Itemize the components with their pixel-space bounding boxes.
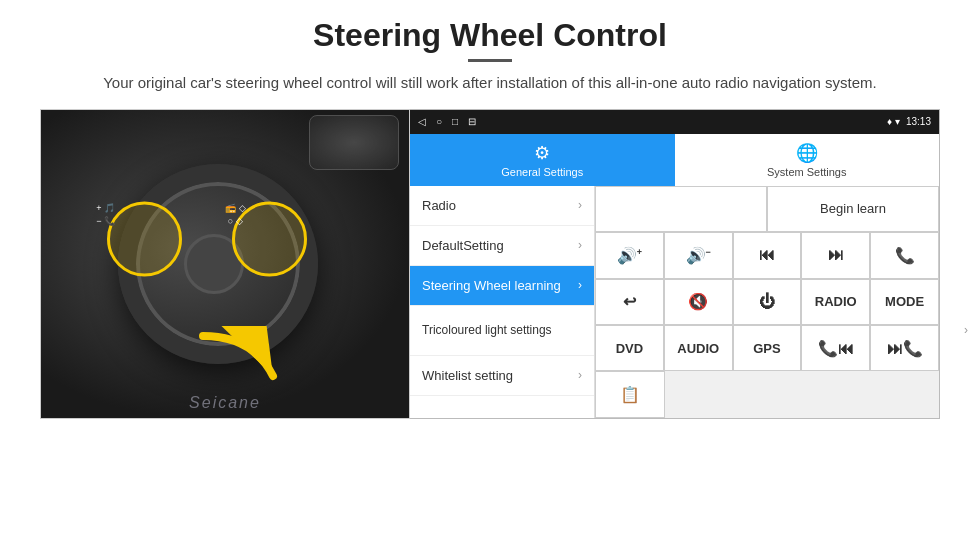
control-row-0: Begin learn <box>595 186 939 232</box>
menu-item-radio[interactable]: Radio › <box>410 186 594 226</box>
vol-down-button[interactable]: 🔊− <box>664 232 733 278</box>
menu-whitelist-chevron: › <box>578 368 582 382</box>
prev-icon: ⏮ <box>759 246 775 264</box>
gps-label: GPS <box>753 341 780 356</box>
gauge-area <box>309 115 399 170</box>
menu-item-steering[interactable]: Steering Wheel learning › <box>410 266 594 306</box>
prev-track-button[interactable]: ⏮ <box>733 232 802 278</box>
vol-up-icon: 🔊+ <box>617 246 642 265</box>
menu-radio-label: Radio <box>422 198 456 213</box>
control-row-3: DVD AUDIO GPS 📞⏮ ⏭📞 <box>595 325 939 371</box>
main-body: Radio › DefaultSetting › Steering Wheel … <box>410 186 939 418</box>
arrow-icon <box>193 326 293 396</box>
highlight-left-buttons <box>107 202 182 277</box>
empty-bottom <box>665 371 939 417</box>
radio-button[interactable]: RADIO <box>801 279 870 325</box>
tab-general-settings[interactable]: ⚙ General Settings <box>410 134 675 186</box>
page-subtitle: Your original car's steering wheel contr… <box>103 72 877 95</box>
power-icon: ⏻ <box>759 293 775 311</box>
mute-button[interactable]: 🔇 <box>664 279 733 325</box>
status-bar: ◁ ○ □ ⊟ ♦ ▾ 13:13 <box>410 110 939 134</box>
menu-tricoloured-label: Tricoloured light settings <box>422 323 552 337</box>
back-icon: ↩ <box>623 292 636 311</box>
control-row-1: 🔊+ 🔊− ⏮ ⏭ 📞 <box>595 232 939 278</box>
android-panel: ◁ ○ □ ⊟ ♦ ▾ 13:13 ⚙ General Settings 🌐 <box>410 109 940 419</box>
menu-default-label: DefaultSetting <box>422 238 504 253</box>
call-icon: 📞 <box>895 246 915 265</box>
back-nav-icon[interactable]: ◁ <box>418 116 426 127</box>
empty-cell-top <box>595 186 767 232</box>
tab-general-label: General Settings <box>501 166 583 178</box>
arrow-container <box>193 326 293 400</box>
system-settings-icon: 🌐 <box>796 142 818 164</box>
gps-button[interactable]: GPS <box>733 325 802 371</box>
vol-down-icon: 🔊− <box>686 246 711 265</box>
signal-icon: ♦ ▾ <box>887 116 900 127</box>
call-next-button[interactable]: ⏭📞 <box>870 325 939 371</box>
menu-radio-chevron: › <box>578 198 582 212</box>
next-icon: ⏭ <box>828 246 844 264</box>
seicane-watermark: Seicane <box>189 394 261 412</box>
radio-label: RADIO <box>815 294 857 309</box>
begin-learn-button[interactable]: Begin learn <box>767 186 939 232</box>
menu-steering-label: Steering Wheel learning <box>422 278 561 293</box>
list-icon: 📋 <box>620 385 640 404</box>
menu-whitelist-label: Whitelist setting <box>422 368 513 383</box>
menu-default-chevron: › <box>578 238 582 252</box>
vol-up-button[interactable]: 🔊+ <box>595 232 664 278</box>
page-title: Steering Wheel Control <box>313 18 667 53</box>
status-right: ♦ ▾ 13:13 <box>887 116 931 127</box>
back-button[interactable]: ↩ <box>595 279 664 325</box>
control-row-2: ↩ 🔇 ⏻ RADIO MODE <box>595 279 939 325</box>
list-button[interactable]: 📋 <box>595 371 665 417</box>
call-button[interactable]: 📞 <box>870 232 939 278</box>
dvd-label: DVD <box>616 341 643 356</box>
tab-system-settings[interactable]: 🌐 System Settings <box>675 134 940 186</box>
steering-wheel-image: + 🎵 − 📞 📻 ◇ ○ ◇ Seicane <box>40 109 410 419</box>
call-next-icon: ⏭📞 <box>887 339 923 358</box>
next-track-button[interactable]: ⏭ <box>801 232 870 278</box>
right-controls: Begin learn 🔊+ 🔊− ⏮ <box>595 186 939 418</box>
menu-item-whitelist[interactable]: Whitelist setting › <box>410 356 594 396</box>
mute-icon: 🔇 <box>688 292 708 311</box>
left-menu: Radio › DefaultSetting › Steering Wheel … <box>410 186 595 418</box>
mode-label: MODE <box>885 294 924 309</box>
right-button-labels: 📻 ◇ ○ ◇ <box>225 202 246 227</box>
time-display: 13:13 <box>906 116 931 127</box>
left-button-labels: + 🎵 − 📞 <box>96 202 115 227</box>
page-container: Steering Wheel Control Your original car… <box>0 0 980 546</box>
status-left: ◁ ○ □ ⊟ <box>418 116 476 127</box>
tab-system-label: System Settings <box>767 166 846 178</box>
mode-button[interactable]: MODE <box>870 279 939 325</box>
menu-steering-chevron: › <box>578 278 582 292</box>
menu-nav-icon[interactable]: ⊟ <box>468 116 476 127</box>
audio-button[interactable]: AUDIO <box>664 325 733 371</box>
call-prev-icon: 📞⏮ <box>818 339 854 358</box>
recents-nav-icon[interactable]: □ <box>452 116 458 127</box>
menu-item-default[interactable]: DefaultSetting › <box>410 226 594 266</box>
title-divider <box>468 59 512 62</box>
control-row-4: 📋 <box>595 371 939 417</box>
tab-bar: ⚙ General Settings 🌐 System Settings <box>410 134 939 186</box>
content-area: + 🎵 − 📞 📻 ◇ ○ ◇ Seicane <box>40 109 940 546</box>
call-prev-button[interactable]: 📞⏮ <box>801 325 870 371</box>
audio-label: AUDIO <box>677 341 719 356</box>
dvd-button[interactable]: DVD <box>595 325 664 371</box>
home-nav-icon[interactable]: ○ <box>436 116 442 127</box>
menu-item-tricoloured[interactable]: Tricoloured light settings › <box>410 306 594 356</box>
power-button[interactable]: ⏻ <box>733 279 802 325</box>
general-settings-icon: ⚙ <box>534 142 550 164</box>
